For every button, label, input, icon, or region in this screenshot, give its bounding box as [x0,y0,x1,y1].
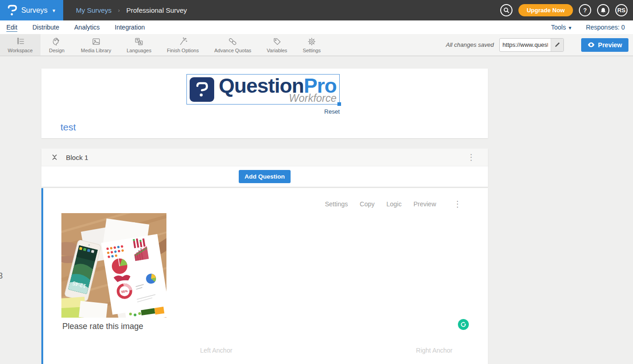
questionpro-logo-mark [190,77,214,102]
upgrade-now-button[interactable]: Upgrade Now [518,4,573,16]
finish-options-wand-icon [178,37,188,46]
question-logic-link[interactable]: Logic [387,200,402,208]
bell-icon [600,7,606,14]
toolbar-item-label: Finish Options [167,48,199,53]
tools-dropdown[interactable]: Tools▼ [551,24,573,31]
preview-button-label: Preview [598,41,622,49]
toolbar-right: All changes saved Preview [446,34,633,55]
right-anchor-field[interactable]: Right Anchor [416,347,452,354]
block-header: Block 1 ⋮ [41,149,488,166]
responses-count[interactable]: Responses: 0 [586,24,625,31]
surveys-menu[interactable]: Surveys ▼ [0,0,63,20]
media-library-icon [91,37,101,46]
survey-url-input[interactable] [500,41,551,48]
tools-label: Tools [551,24,566,31]
tab-integration[interactable]: Integration [115,24,145,31]
languages-icon [134,37,144,46]
tab-edit[interactable]: Edit [6,24,17,31]
question-image[interactable]: 55% [61,213,166,318]
anchor-row: Left Anchor Right Anchor [43,347,488,354]
block-card: Block 1 ⋮ Add Question [41,149,488,187]
breadcrumb-my-surveys[interactable]: My Surveys [76,6,111,14]
eye-icon [588,42,595,47]
toolbar-item-label: Languages [126,48,151,53]
block-name[interactable]: Block 1 [66,154,88,161]
save-status: All changes saved [446,41,494,48]
toolbar-item-finish-options[interactable]: Finish Options [159,34,206,55]
surveys-menu-label: Surveys [21,6,48,15]
workspace-toolbar: Workspace Design Media Library [0,34,633,56]
toolbar-item-design[interactable]: Design [40,34,73,55]
survey-logo-block: QuestionPro Workforce Reset [186,74,340,115]
preview-button[interactable]: Preview [581,38,628,52]
edit-url-button[interactable] [551,39,563,51]
tab-distribute[interactable]: Distribute [32,24,59,31]
pencil-icon [554,42,560,48]
toolbar-item-label: Variables [267,48,287,53]
variables-tag-icon [272,37,282,46]
survey-logo-selected[interactable]: QuestionPro Workforce [186,74,340,105]
resize-handle[interactable] [337,102,341,106]
block-body: Add Question [41,166,488,187]
left-anchor-field[interactable]: Left Anchor [200,347,232,354]
survey-header-card: QuestionPro Workforce Reset test [41,69,488,138]
survey-subnav: Edit Distribute Analytics Integration To… [0,20,633,34]
search-icon [503,7,509,13]
question-menu-kebab[interactable]: ⋮ [451,199,464,209]
toolbar-item-label: Design [49,48,65,53]
topbar-actions: Upgrade Now ? RS [500,4,633,16]
grammarly-button[interactable] [458,319,469,330]
tab-analytics[interactable]: Analytics [74,24,100,31]
notifications-button[interactable] [597,4,609,16]
workspace-icon [15,37,25,46]
design-palette-icon [52,37,61,46]
toolbar-item-variables[interactable]: Variables [259,34,295,55]
question-text-row: Please rate this image [62,322,469,331]
search-button[interactable] [500,4,512,16]
collapse-icon [51,154,58,161]
add-question-button[interactable]: Add Question [239,170,291,183]
logo-reset-link[interactable]: Reset [186,108,340,115]
subnav-tabs: Edit Distribute Analytics Integration [6,24,145,31]
question-card: Settings Copy Logic Preview ⋮ [41,188,488,364]
topbar: Surveys ▼ My Surveys › Professional Surv… [0,0,633,20]
toolbar-item-workspace[interactable]: Workspace [0,34,40,55]
toolbar-item-label: Media Library [81,48,111,53]
brand-wordmark: QuestionPro Workforce [219,75,337,104]
questionpro-logo-icon [7,5,17,16]
block-collapse-button[interactable] [51,154,58,161]
block-menu-kebab[interactable]: ⋮ [464,152,478,162]
toolbar-item-media-library[interactable]: Media Library [73,34,119,55]
breadcrumb-separator: › [118,7,120,14]
toolbar-item-label: Settings [303,48,321,53]
question-settings-link[interactable]: Settings [325,200,348,208]
avatar[interactable]: RS [615,4,628,16]
toolbar-item-settings[interactable]: Settings [295,34,329,55]
survey-column: QuestionPro Workforce Reset test [41,69,488,364]
survey-editor-content: 3 QuestionPro Workforce [0,56,633,363]
subnav-right: Tools▼ Responses: 0 [551,24,627,31]
question-actions: Settings Copy Logic Preview ⋮ [43,188,488,209]
questionpro-app: Surveys ▼ My Surveys › Professional Surv… [0,0,633,364]
survey-url-box [499,38,564,52]
question-text[interactable]: Please rate this image [62,322,143,331]
questionpro-p-icon [195,81,209,98]
toolbar-item-label: Advance Quotas [214,48,251,53]
help-button[interactable]: ? [579,4,591,16]
question-preview-link[interactable]: Preview [413,200,436,208]
toolbar-item-label: Workspace [8,48,33,53]
settings-gear-icon [307,37,316,46]
grammarly-icon [460,321,467,328]
survey-title-text[interactable]: test [60,122,76,133]
toolbar-item-advance-quotas[interactable]: Advance Quotas [206,34,259,55]
question-copy-link[interactable]: Copy [360,200,375,208]
advance-quotas-link-icon [228,37,237,46]
chevron-down-icon: ▼ [568,25,572,30]
breadcrumb-current-survey: Professional Survey [126,6,187,14]
chevron-down-icon: ▼ [51,8,56,13]
question-number-marker: 3 [0,271,3,281]
toolbar-item-languages[interactable]: Languages [119,34,159,55]
breadcrumb: My Surveys › Professional Survey [76,6,187,14]
